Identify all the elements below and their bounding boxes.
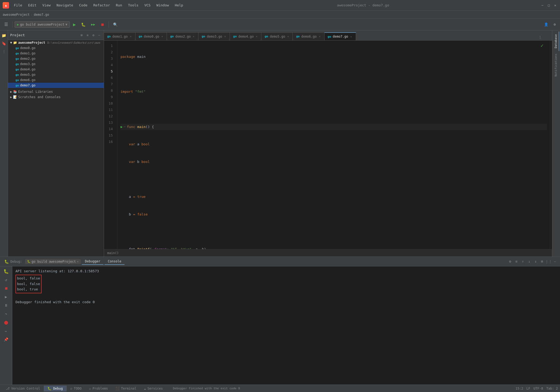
debug-tool-list[interactable]: ≡ — [514, 259, 519, 265]
project-icon[interactable]: 📁 — [1, 33, 7, 38]
tree-file-demo1[interactable]: go demo1.go — [8, 51, 104, 56]
debug-stop-button[interactable]: ⏹ — [2, 285, 10, 292]
tree-file-demo0[interactable]: go demo0.go — [8, 45, 104, 51]
code-line-5: ▶ ⌐ func main() { — [121, 124, 547, 130]
tab-demo1[interactable]: go demo1.go ✕ — [104, 32, 135, 40]
tab-demo3[interactable]: go demo3.go ✕ — [198, 32, 230, 40]
menu-refactor[interactable]: Refactor — [91, 2, 113, 8]
profile-button[interactable]: 👤 — [542, 21, 550, 27]
coverage-button[interactable]: ▶▶ — [89, 21, 97, 27]
panel-layout-icon[interactable]: ⊞ — [79, 33, 84, 38]
menu-window[interactable]: Window — [154, 2, 172, 8]
stop-button[interactable]: ⏹ — [98, 21, 106, 28]
status-tab-terminal[interactable]: ⬛ Terminal — [112, 386, 140, 391]
tab-demo0[interactable]: go demo0.go ✕ — [135, 32, 167, 40]
menu-view[interactable]: View — [40, 2, 53, 8]
tab-demo4[interactable]: go demo4.go ✕ — [230, 32, 261, 40]
tab-close-demo7[interactable]: ✕ — [350, 35, 353, 38]
debug-tool-grid[interactable]: ⊞ — [539, 259, 545, 265]
debug-tool-down[interactable]: ↓ — [526, 259, 532, 265]
tab-demo7[interactable]: go demo7.go ✕ — [325, 32, 356, 40]
menu-edit[interactable]: Edit — [25, 2, 39, 8]
tab-close-demo0[interactable]: ✕ — [161, 35, 163, 38]
tree-root-project[interactable]: ▼ 📁 awesomeProject D:\environment\GoWork… — [8, 40, 104, 45]
project-toggle-button[interactable]: ☰ — [2, 21, 10, 28]
debug-edit-button[interactable]: ✏ — [2, 327, 10, 335]
code-line-10: b = false — [121, 211, 547, 218]
minimize-button[interactable]: — — [540, 3, 545, 7]
editor-breadcrumb-function: main() — [107, 251, 119, 255]
menu-tools[interactable]: Tools — [125, 2, 141, 8]
tree-file-demo3[interactable]: go demo3.go — [8, 61, 104, 67]
status-tab-todo[interactable]: ☑ TODO — [67, 386, 85, 391]
tab-close-demo6[interactable]: ✕ — [318, 35, 321, 38]
editor-scrollbar[interactable] — [550, 41, 552, 249]
tree-file-demo2[interactable]: go demo2.go — [8, 56, 104, 61]
tab-demo2[interactable]: go demo2.go ✕ — [167, 32, 198, 40]
breadcrumb-file[interactable]: demo7.go — [34, 13, 49, 17]
panel-collapse-icon[interactable]: ≡ — [85, 33, 90, 38]
debug-tab-console[interactable]: Console — [105, 258, 125, 265]
breadcrumb: awesomeProject › demo7.go — [0, 11, 560, 19]
debug-tool-settings[interactable]: ⚙ — [507, 259, 513, 265]
tab-close-demo2[interactable]: ✕ — [192, 35, 195, 38]
tree-file-demo4[interactable]: go demo4.go — [8, 67, 104, 72]
panel-gear-icon[interactable]: ⚙ — [91, 33, 96, 38]
debug-tab-debugger[interactable]: Debugger — [82, 258, 104, 265]
debug-breakpoints-button[interactable]: ⬤ — [2, 319, 10, 326]
build-config-select[interactable]: ▶ go build awesomeProject ▼ — [15, 21, 70, 28]
debug-pause-button[interactable]: ⏸ — [2, 302, 10, 309]
window-title: awesomeProject - demo7.go — [186, 3, 540, 7]
debug-tool-up[interactable]: ↑ — [520, 259, 526, 265]
tab-close-demo4[interactable]: ✕ — [255, 35, 258, 38]
menu-code[interactable]: Code — [77, 2, 90, 8]
structure-icon[interactable]: ⋮ — [1, 49, 7, 54]
tree-file-demo5[interactable]: go demo5.go — [8, 72, 104, 77]
status-tab-services[interactable]: ☁ Services — [140, 386, 166, 391]
menu-run[interactable]: Run — [113, 2, 125, 8]
status-tab-debug[interactable]: 🐛 Debug — [44, 386, 66, 391]
tab-demo6[interactable]: go demo6.go ✕ — [293, 32, 324, 40]
menu-navigate[interactable]: Navigate — [54, 2, 76, 8]
tree-file-demo7[interactable]: go demo7.go — [8, 83, 104, 88]
debug-resume-button[interactable]: ▶ — [2, 293, 10, 301]
maximize-button[interactable]: □ — [547, 3, 551, 7]
debug-button[interactable]: 🐛 — [79, 21, 88, 28]
code-line-1: package main — [121, 54, 547, 60]
right-sidebar: Database Notifications — [552, 30, 560, 257]
debug-minimize[interactable]: — — [552, 259, 558, 265]
debug-tool-resize[interactable]: ↕ — [533, 259, 539, 265]
tab-close-demo1[interactable]: ✕ — [129, 35, 132, 38]
debug-step-over-button[interactable]: ↷ — [2, 310, 10, 318]
line-ending: LF — [526, 387, 530, 390]
settings-button[interactable]: ⚙ — [551, 21, 558, 27]
debug-panel-icon[interactable]: ⋮⋮ — [546, 259, 551, 265]
tab-demo5[interactable]: go demo5.go ✕ — [261, 32, 293, 40]
status-tab-version-control[interactable]: ⎇ Version Control — [2, 386, 44, 391]
tree-scratches[interactable]: ▶ 📝 Scratches and Consoles — [8, 94, 104, 100]
right-tab-notifications[interactable]: Notifications — [553, 51, 559, 79]
tree-file-demo6[interactable]: go demo6.go — [8, 77, 104, 83]
panel-close-icon[interactable]: — — [97, 33, 102, 38]
right-tab-database[interactable]: Database — [553, 31, 559, 51]
tab-close-demo3[interactable]: ✕ — [224, 35, 226, 38]
menu-file[interactable]: File — [11, 2, 25, 8]
search-button[interactable]: 🔍 — [111, 21, 120, 28]
tab-size-label: Tab: 2 — [546, 387, 558, 390]
menu-help[interactable]: Help — [172, 2, 186, 8]
tree-external-libraries[interactable]: ▶ 📚 External Libraries — [8, 89, 104, 94]
bookmarks-icon[interactable]: 🔖 — [1, 41, 7, 46]
code-content[interactable]: package main import "fmt" ▶ ⌐ func main(… — [117, 41, 550, 249]
debug-restart-button[interactable]: 🐛 — [2, 267, 10, 275]
tab-overflow[interactable]: ⋮ — [536, 34, 544, 40]
run-button[interactable]: ▶ — [71, 21, 78, 28]
menu-vcs[interactable]: VCS — [142, 2, 153, 8]
breadcrumb-project[interactable]: awesomeProject — [3, 13, 30, 17]
syntax-check-icon: ✓ — [541, 43, 543, 48]
debug-session-label[interactable]: 🐛 go build awesomeProject ✕ — [25, 259, 81, 264]
debug-pin-button[interactable]: 📌 — [2, 336, 10, 343]
tab-close-demo5[interactable]: ✕ — [287, 35, 289, 38]
debug-rerun-button[interactable]: ↺ — [2, 276, 10, 283]
close-button[interactable]: ✕ — [553, 3, 557, 7]
status-tab-problems[interactable]: ⚠ Problems — [85, 386, 112, 391]
